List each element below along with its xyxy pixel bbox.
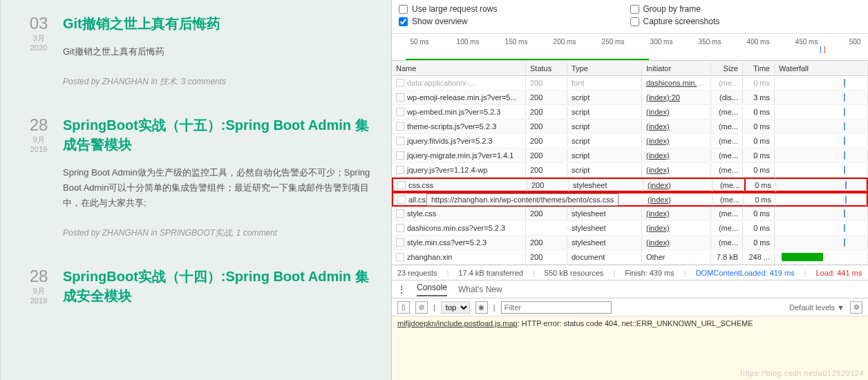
context-select[interactable]: top bbox=[441, 301, 470, 314]
file-icon bbox=[397, 196, 406, 204]
file-icon bbox=[396, 253, 404, 261]
network-options: Use large request rows Show overview Gro… bbox=[392, 0, 868, 33]
initiator-link[interactable]: dashicons.min.c... bbox=[646, 79, 707, 87]
table-row[interactable]: dashicons.min.css?ver=5.2.3stylesheet(in… bbox=[392, 221, 868, 236]
timeline[interactable]: 50 ms100 ms150 ms200 ms250 ms300 ms350 m… bbox=[392, 33, 868, 61]
devtools-panel: Use large request rows Show overview Gro… bbox=[391, 0, 868, 380]
post-excerpt: Git撤销之世上真有后悔药 bbox=[63, 44, 370, 59]
initiator-link[interactable]: (index) bbox=[648, 181, 671, 189]
post-excerpt: Spring Boot Admin做为生产级的监控工具，必然自动化告警必不可少；… bbox=[63, 165, 370, 211]
log-levels-select[interactable]: Default levels ▼ bbox=[789, 303, 845, 312]
post-title[interactable]: Git撤销之世上真有后悔药 bbox=[63, 14, 370, 33]
file-icon bbox=[396, 238, 404, 247]
comments-link[interactable]: 3 comments bbox=[181, 77, 226, 86]
table-row[interactable]: wp-embed.min.js?ver=5.2.3200script(index… bbox=[392, 105, 868, 120]
initiator-link[interactable]: (index) bbox=[648, 196, 671, 204]
file-icon bbox=[396, 93, 404, 102]
opt-group-frame[interactable]: Group by frame bbox=[630, 4, 862, 14]
col-initiator[interactable]: Initiator bbox=[642, 62, 711, 75]
author-link[interactable]: ZHANGHAN bbox=[102, 228, 149, 238]
log-source-link[interactable]: mifjjdoepkn/include.postload.js.map bbox=[397, 319, 518, 327]
comments-link[interactable]: 1 comment bbox=[236, 228, 277, 238]
post-date: 289月2019 bbox=[21, 267, 56, 316]
clear-console-icon[interactable]: ⊘ bbox=[415, 301, 428, 314]
col-name[interactable]: Name bbox=[392, 62, 526, 75]
tab-whatsnew[interactable]: What's New bbox=[458, 285, 502, 294]
file-icon bbox=[396, 122, 404, 131]
blog-post: 033月2020Git撤销之世上真有后悔药Git撤销之世上真有后悔药Posted… bbox=[21, 14, 370, 88]
blog-post: 289月2019SpringBoot实战（十四）:Spring Boot Adm… bbox=[21, 267, 370, 316]
file-icon bbox=[396, 224, 404, 232]
file-icon bbox=[396, 79, 404, 87]
category-link[interactable]: 技术 bbox=[160, 77, 176, 86]
settings-gear-icon[interactable]: ⚙ bbox=[850, 301, 862, 314]
table-row[interactable]: jquery.js?ver=1.12.4-wp200script(index)(… bbox=[392, 163, 868, 178]
table-row[interactable]: data:application/x-...200fontdashicons.m… bbox=[392, 76, 868, 91]
table-row[interactable]: zhanghan.xin200documentOther7.8 kB248 ..… bbox=[392, 250, 868, 265]
table-header: Name Status Type Initiator Size Time Wat… bbox=[392, 61, 868, 76]
network-table-body: data:application/x-...200fontdashicons.m… bbox=[392, 76, 868, 265]
initiator-link[interactable]: (index) bbox=[646, 151, 670, 160]
table-row[interactable]: theme-scripts.js?ver=5.2.3200script(inde… bbox=[392, 120, 868, 134]
tab-console[interactable]: Console bbox=[417, 283, 447, 296]
post-meta: Posted by ZHANGHAN in SPRINGBOOT实战, 1 co… bbox=[63, 227, 370, 239]
col-size[interactable]: Size bbox=[711, 62, 743, 75]
console-filter-input[interactable] bbox=[501, 301, 612, 314]
file-icon bbox=[396, 209, 404, 218]
author-link[interactable]: ZHANGHAN bbox=[102, 77, 149, 86]
post-title[interactable]: SpringBoot实战（十四）:Spring Boot Admin 集成安全模… bbox=[63, 267, 370, 305]
console-toolbar: ▯ ⊘ | top ◉ | Default levels ▼ ⚙ bbox=[392, 298, 868, 316]
table-row[interactable]: wp-emoji-release.min.js?ver=5...200scrip… bbox=[392, 91, 868, 105]
post-title[interactable]: SpringBoot实战（十五）:Spring Boot Admin 集成告警模… bbox=[63, 115, 370, 154]
initiator-link[interactable]: (index):20 bbox=[646, 93, 680, 102]
initiator-link[interactable]: (index) bbox=[646, 166, 670, 174]
summary-bar: 23 requests| 17.4 kB transferred| 550 kB… bbox=[392, 265, 868, 280]
initiator-link[interactable]: (index) bbox=[646, 238, 670, 247]
table-row[interactable]: style.css200stylesheet(index)(me...0 ms bbox=[392, 207, 868, 221]
table-row[interactable]: all.csshttps://zhanghan.xin/wp-content/t… bbox=[392, 192, 868, 207]
initiator-link[interactable]: (index) bbox=[646, 108, 670, 116]
initiator-link: Other bbox=[646, 253, 666, 261]
table-row[interactable]: css.css200stylesheet(index)(me...0 ms bbox=[392, 178, 868, 192]
post-date: 289月2019 bbox=[21, 115, 56, 239]
initiator-link[interactable]: (index) bbox=[646, 122, 670, 131]
blog-post: 289月2019SpringBoot实战（十五）:Spring Boot Adm… bbox=[21, 115, 370, 239]
category-link[interactable]: SPRINGBOOT实战 bbox=[160, 228, 232, 238]
file-icon bbox=[396, 137, 404, 145]
post-meta: Posted by ZHANGHAN in 技术, 3 comments bbox=[63, 76, 370, 88]
opt-large-rows[interactable]: Use large request rows bbox=[399, 4, 630, 14]
opt-overview[interactable]: Show overview bbox=[399, 17, 630, 26]
initiator-link[interactable]: (index) bbox=[646, 137, 670, 145]
file-icon bbox=[397, 181, 406, 189]
post-date: 033月2020 bbox=[21, 14, 56, 88]
watermark: https://blog.csdn.net/u012829124 bbox=[740, 369, 864, 377]
table-row[interactable]: jquery-migrate.min.js?ver=1.4.1200script… bbox=[392, 149, 868, 163]
table-row[interactable]: style.min.css?ver=5.2.3200stylesheet(ind… bbox=[392, 236, 868, 250]
drawer-tabs: ⋮ Console What's New bbox=[392, 280, 868, 298]
blog-panel: 033月2020Git撤销之世上真有后悔药Git撤销之世上真有后悔药Posted… bbox=[0, 0, 391, 380]
url-tooltip: https://zhanghan.xin/wp-content/themes/b… bbox=[426, 193, 527, 206]
col-waterfall[interactable]: Waterfall bbox=[775, 62, 868, 75]
file-icon bbox=[396, 166, 404, 174]
eye-icon[interactable]: ◉ bbox=[475, 301, 488, 314]
initiator-link[interactable]: (index) bbox=[646, 209, 670, 218]
file-icon bbox=[396, 108, 404, 116]
drawer-menu-icon[interactable]: ⋮ bbox=[397, 285, 406, 294]
col-time[interactable]: Time bbox=[743, 62, 775, 75]
col-type[interactable]: Type bbox=[567, 62, 642, 75]
col-status[interactable]: Status bbox=[526, 62, 567, 75]
opt-capture[interactable]: Capture screenshots bbox=[630, 17, 862, 26]
sidebar-toggle-icon[interactable]: ▯ bbox=[397, 301, 410, 314]
initiator-link[interactable]: (index) bbox=[646, 224, 670, 232]
table-row[interactable]: jquery.fitvids.js?ver=5.2.3200script(ind… bbox=[392, 134, 868, 149]
file-icon bbox=[396, 151, 404, 160]
